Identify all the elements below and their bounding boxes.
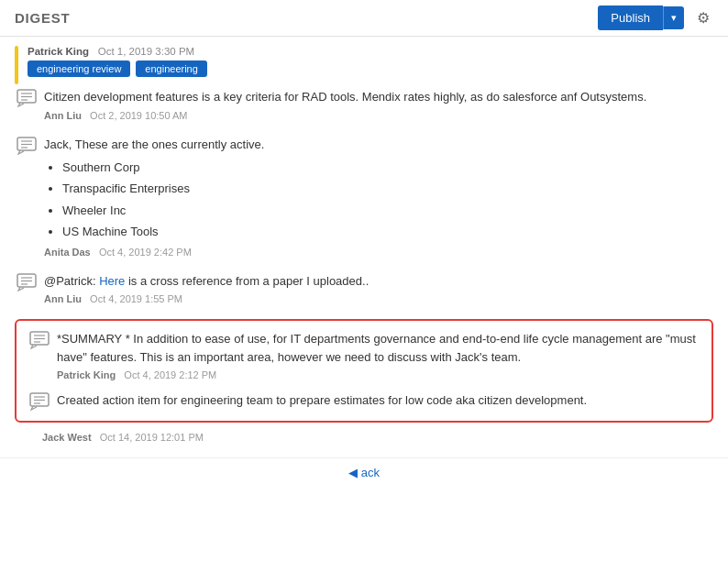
message-item: Jack, These are the ones currently activ… bbox=[15, 136, 713, 258]
thread-border bbox=[15, 46, 18, 84]
main-content: Patrick King Oct 1, 2019 3:30 PM enginee… bbox=[0, 37, 728, 457]
message-author: Ann Liu bbox=[44, 110, 82, 121]
list-item: Wheeler Inc bbox=[62, 200, 713, 221]
after-highlighted-meta: Jack West Oct 14, 2019 12:01 PM bbox=[15, 432, 713, 443]
thread-author-line: Patrick King Oct 1, 2019 3:30 PM bbox=[28, 46, 713, 57]
message-meta: Ann Liu Oct 4, 2019 1:55 PM bbox=[44, 293, 713, 304]
message-date: Oct 14, 2019 12:01 PM bbox=[100, 432, 204, 443]
chat-icon bbox=[17, 89, 37, 107]
message-row: *SUMMARY * In addition to ease of use, f… bbox=[29, 330, 700, 380]
list-item: Southern Corp bbox=[62, 157, 713, 178]
chat-icon bbox=[29, 331, 50, 349]
tag-engineering-review[interactable]: engineering review bbox=[28, 60, 130, 77]
chat-icon bbox=[17, 137, 37, 155]
thread-header: Patrick King Oct 1, 2019 3:30 PM enginee… bbox=[28, 46, 713, 84]
message-row: @Patrick: Here is a cross reference from… bbox=[17, 272, 713, 305]
message-text: Jack, These are the ones currently activ… bbox=[44, 136, 713, 154]
message-meta: Anita Das Oct 4, 2019 2:42 PM bbox=[44, 247, 713, 258]
message-text: Citizen development features is a key cr… bbox=[44, 88, 713, 106]
message-item: Citizen development features is a key cr… bbox=[15, 88, 713, 121]
thread-date: Oct 1, 2019 3:30 PM bbox=[98, 46, 194, 57]
message-text: Created action item for engineering team… bbox=[57, 391, 700, 410]
message-date: Oct 4, 2019 2:42 PM bbox=[99, 247, 192, 258]
message-body: @Patrick: Here is a cross reference from… bbox=[44, 272, 713, 305]
thread-author: Patrick King bbox=[28, 46, 89, 57]
tag-engineering[interactable]: engineering bbox=[136, 60, 207, 77]
footer-nav[interactable]: ◀ ack bbox=[0, 457, 728, 487]
message-author: Patrick King bbox=[57, 369, 116, 380]
thread-entry: Patrick King Oct 1, 2019 3:30 PM enginee… bbox=[15, 46, 713, 84]
message-list: Southern Corp Transpacific Enterprises W… bbox=[62, 157, 713, 243]
message-item: @Patrick: Here is a cross reference from… bbox=[15, 272, 713, 305]
message-row: Jack, These are the ones currently activ… bbox=[17, 136, 713, 258]
highlighted-message-item: Created action item for engineering team… bbox=[28, 391, 700, 412]
message-author: Jack West bbox=[42, 432, 92, 443]
list-item: Transpacific Enterprises bbox=[62, 178, 713, 199]
message-meta: Patrick King Oct 4, 2019 2:12 PM bbox=[57, 369, 700, 380]
message-text: *SUMMARY * In addition to ease of use, f… bbox=[57, 330, 700, 366]
message-date: Oct 4, 2019 1:55 PM bbox=[90, 293, 182, 304]
chat-icon bbox=[17, 273, 37, 292]
list-item: US Machine Tools bbox=[62, 221, 713, 242]
chat-icon bbox=[29, 392, 50, 411]
message-date: Oct 4, 2019 2:12 PM bbox=[124, 369, 216, 380]
message-row: Created action item for engineering team… bbox=[29, 391, 700, 412]
app-title: DIGEST bbox=[15, 10, 70, 26]
header-actions: Publish ▾ ⚙ bbox=[598, 6, 713, 30]
highlighted-message-item: *SUMMARY * In addition to ease of use, f… bbox=[28, 330, 700, 380]
message-date: Oct 2, 2019 10:50 AM bbox=[90, 110, 187, 121]
publish-button[interactable]: Publish bbox=[598, 6, 663, 30]
message-body: Jack, These are the ones currently activ… bbox=[44, 136, 713, 258]
back-link[interactable]: ◀ ack bbox=[348, 466, 380, 479]
message-text: @Patrick: Here is a cross reference from… bbox=[44, 272, 713, 291]
settings-button[interactable]: ⚙ bbox=[693, 6, 713, 30]
message-meta: Ann Liu Oct 2, 2019 10:50 AM bbox=[44, 110, 713, 121]
message-author: Ann Liu bbox=[44, 293, 82, 304]
publish-button-group: Publish ▾ bbox=[598, 6, 684, 30]
message-text-suffix: is a cross reference from a paper I uplo… bbox=[125, 274, 369, 288]
thread-tags: engineering review engineering bbox=[28, 60, 713, 77]
app-header: DIGEST Publish ▾ ⚙ bbox=[0, 0, 728, 37]
message-link[interactable]: Here bbox=[99, 274, 125, 288]
message-author: Anita Das bbox=[44, 247, 91, 258]
publish-dropdown-button[interactable]: ▾ bbox=[663, 6, 684, 29]
message-text-prefix: @Patrick: bbox=[44, 274, 99, 288]
message-body: *SUMMARY * In addition to ease of use, f… bbox=[57, 330, 700, 380]
message-row: Citizen development features is a key cr… bbox=[17, 88, 713, 121]
highlighted-box: *SUMMARY * In addition to ease of use, f… bbox=[15, 319, 713, 423]
message-body: Citizen development features is a key cr… bbox=[44, 88, 713, 121]
message-body: Created action item for engineering team… bbox=[57, 391, 700, 412]
gear-icon: ⚙ bbox=[697, 10, 710, 26]
